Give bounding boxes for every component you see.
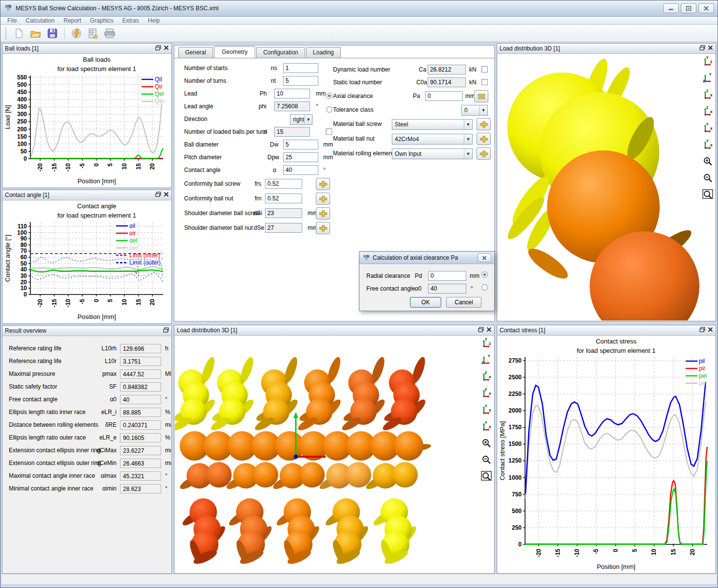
minimize-button[interactable]	[663, 3, 679, 13]
axial-clearance-calc-button[interactable]	[474, 90, 488, 102]
free-contact-angle-radio[interactable]	[481, 284, 488, 291]
toolbar-drag-handle[interactable]	[5, 27, 7, 40]
close-icon[interactable]	[486, 327, 492, 334]
zoom-out-icon[interactable]	[481, 454, 492, 466]
print-button[interactable]	[102, 26, 117, 40]
save-file-button[interactable]	[45, 26, 60, 40]
tab-geometry[interactable]: Geometry	[214, 46, 256, 58]
load3d-top-panel-titlebar[interactable]: Load distribution 3D [1]	[497, 44, 716, 54]
result-label: Reference rating life	[9, 358, 61, 365]
float-icon[interactable]	[155, 192, 161, 198]
view-yz-icon[interactable]: YZ	[702, 56, 713, 68]
tolerance-class-radio[interactable]	[326, 106, 333, 113]
view-yz-icon[interactable]: YZ	[481, 338, 492, 350]
float-icon[interactable]	[163, 327, 169, 334]
tab-configuration[interactable]: Configuration	[256, 47, 305, 58]
shoulder-diameter-ball-screw-input[interactable]	[265, 208, 302, 218]
window-title: MESYS Ball Screw Calculation - MESYS AG …	[16, 5, 218, 12]
3d-viewport[interactable]	[175, 336, 481, 573]
static-load-number-input[interactable]	[428, 77, 466, 87]
shoulder-diameter-ball-nut-input[interactable]	[265, 223, 302, 233]
result-overview-panel-titlebar[interactable]: Result overview	[2, 326, 171, 336]
menu-item-graphics[interactable]: Graphics	[86, 17, 118, 25]
ball-diameter-input[interactable]	[283, 140, 318, 149]
view-yx-front-icon[interactable]: YX	[702, 139, 713, 151]
open-file-button[interactable]	[28, 26, 43, 40]
material-ball-screw-add-button[interactable]	[477, 118, 491, 130]
menu-item-help[interactable]: Help	[144, 17, 165, 25]
conformity-ball-screw-add-button[interactable]	[316, 178, 330, 190]
number-of-loaded-balls-per-turn-checkbox[interactable]	[326, 128, 332, 135]
material-ball-nut-select[interactable]: 42CrMo4▼	[392, 134, 473, 145]
new-file-button[interactable]	[12, 26, 26, 40]
zoom-in-icon[interactable]	[702, 156, 713, 168]
axial-clearance-radio[interactable]	[326, 93, 333, 99]
close-icon[interactable]	[164, 45, 169, 52]
number-of-turns-input[interactable]	[283, 76, 318, 86]
view-zx-back-icon[interactable]: ZX	[702, 106, 713, 118]
zoom-out-icon[interactable]	[702, 172, 713, 185]
calculate-button[interactable]	[69, 26, 84, 40]
float-icon[interactable]	[699, 327, 705, 334]
number-of-loaded-balls-per-turn-input[interactable]	[274, 127, 310, 137]
conformity-ball-nut-add-button[interactable]	[316, 193, 330, 205]
material-ball-screw-select[interactable]: Steel▼	[392, 119, 473, 130]
close-button[interactable]	[698, 3, 714, 13]
radial-clearance-radio[interactable]	[481, 271, 488, 278]
view-yx-icon[interactable]: YX	[702, 122, 713, 135]
lead-angle-input[interactable]	[274, 101, 310, 111]
tab-loading[interactable]: Loading	[306, 47, 341, 58]
view-yx-icon[interactable]: YX	[481, 404, 492, 416]
view-zx-icon[interactable]: ZX	[481, 371, 492, 383]
view-zx-back-icon[interactable]: ZX	[481, 388, 492, 400]
dynamic-load-number-checkbox[interactable]	[481, 66, 488, 73]
direction-select[interactable]: right▼	[290, 114, 312, 125]
radial-clearance-input[interactable]	[428, 271, 466, 281]
view-zy-icon[interactable]: YZ	[702, 73, 713, 85]
shoulder-diameter-ball-screw-add-button[interactable]	[316, 207, 330, 220]
material-ball-nut-add-button[interactable]	[477, 133, 491, 145]
float-icon[interactable]	[478, 327, 484, 334]
float-icon[interactable]	[155, 45, 161, 52]
report-button[interactable]	[86, 26, 100, 40]
close-icon[interactable]	[164, 192, 169, 198]
dialog-titlebar[interactable]: Calculation of axial clearance Pa	[359, 252, 494, 264]
maximize-button[interactable]	[681, 3, 696, 13]
pitch-diameter-input[interactable]	[283, 152, 318, 162]
zoom-in-icon[interactable]	[481, 438, 492, 450]
menu-item-extras[interactable]: Extras	[118, 17, 144, 25]
lead-input[interactable]	[274, 89, 310, 98]
shoulder-diameter-ball-nut-add-button[interactable]	[316, 222, 330, 234]
conformity-ball-screw-input[interactable]	[265, 179, 302, 189]
material-rolling-element-select[interactable]: Own Input▼	[392, 148, 473, 159]
close-icon[interactable]	[708, 327, 713, 334]
close-icon[interactable]	[708, 45, 713, 52]
free-contact-angle-input[interactable]	[428, 284, 466, 294]
zoom-window-icon[interactable]	[702, 189, 713, 201]
3d-viewport[interactable]	[498, 54, 700, 320]
menu-item-calculation[interactable]: Calculation	[21, 17, 59, 25]
ok-button[interactable]: OK	[410, 297, 441, 308]
cancel-button[interactable]: Cancel	[446, 297, 481, 308]
dynamic-load-number-input[interactable]	[428, 65, 466, 74]
number-of-starts-input[interactable]	[283, 63, 318, 73]
contact-angle-input[interactable]	[283, 165, 318, 175]
axial-clearance-input[interactable]	[425, 91, 463, 101]
static-load-number-checkbox[interactable]	[481, 79, 488, 85]
view-yx-front-icon[interactable]: YX	[481, 421, 492, 433]
conformity-ball-nut-input[interactable]	[265, 194, 302, 203]
zoom-window-icon[interactable]	[481, 471, 492, 483]
menu-item-file[interactable]: File	[3, 17, 21, 25]
float-icon[interactable]	[699, 45, 705, 52]
view-zy-icon[interactable]: YZ	[481, 354, 492, 367]
view-zx-icon[interactable]: ZX	[702, 89, 713, 101]
contact-angle-panel-titlebar[interactable]: Contact angle [1]	[2, 190, 171, 200]
menu-item-report[interactable]: Report	[59, 17, 86, 25]
tab-general[interactable]: General	[178, 47, 213, 58]
material-rolling-element-add-button[interactable]	[477, 147, 491, 160]
tolerance-class-select[interactable]: 0▼	[461, 105, 488, 116]
contact-stress-panel-titlebar[interactable]: Contact stress [1]	[497, 325, 716, 336]
dialog-close-button[interactable]	[478, 253, 491, 262]
ball-loads-panel-titlebar[interactable]: Ball loads [1]	[2, 44, 171, 54]
load3d-bottom-panel-titlebar[interactable]: Load distribution 3D [1]	[174, 325, 494, 336]
